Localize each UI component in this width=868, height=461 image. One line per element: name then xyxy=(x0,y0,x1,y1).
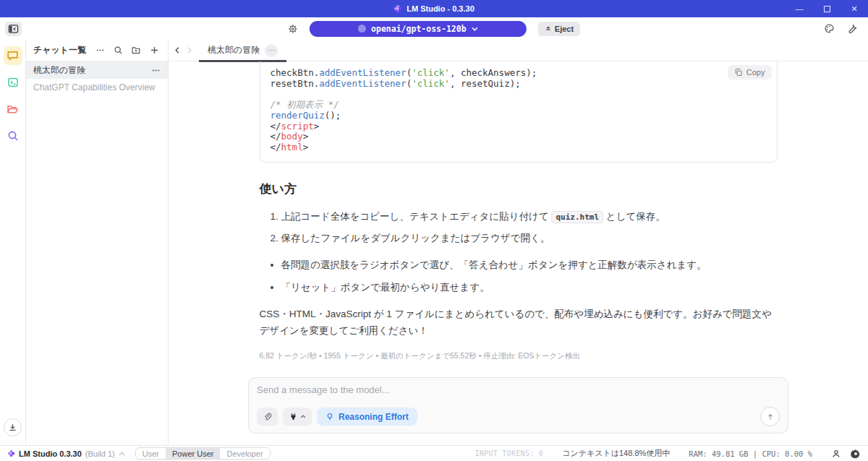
code-line: /* 初期表示 */ xyxy=(271,100,767,111)
nav-developer-button[interactable] xyxy=(4,73,22,92)
copy-icon xyxy=(734,68,743,77)
usage-step: 上記コード全体をコピーし、テキストエディタに貼り付けて quiz.html とし… xyxy=(281,209,778,225)
code-line: resetBtn.addEventListener('click', reset… xyxy=(271,79,767,90)
model-name: openai/gpt-oss-120b xyxy=(371,24,467,34)
model-selector[interactable]: openai/gpt-oss-120b xyxy=(310,21,527,37)
nav-chat-button[interactable] xyxy=(4,46,22,65)
chat-list-title: チャット一覧 xyxy=(33,44,90,56)
close-button[interactable]: ✕ xyxy=(841,0,868,17)
nav-back-button[interactable] xyxy=(171,43,183,58)
code-line: renderQuiz(); xyxy=(271,111,767,121)
usage-heading: 使い方 xyxy=(260,181,778,197)
mode-developer[interactable]: Developer xyxy=(220,448,269,459)
eject-model-button[interactable]: Eject xyxy=(538,22,580,36)
tab-bar: 桃太郎の冒険 xyxy=(169,40,868,61)
app-version: LM Studio 0.3.30 xyxy=(19,449,82,458)
lightbulb-icon xyxy=(326,412,334,421)
eject-icon xyxy=(545,25,552,33)
new-folder-button[interactable] xyxy=(128,43,144,58)
reasoning-effort-label: Reasoning Effort xyxy=(339,412,409,422)
inline-code: quiz.html xyxy=(551,211,603,223)
generation-stats: 6.82 トークン/秒 • 1955 トークン • 最初のトークンまで55.52… xyxy=(260,351,778,361)
panel-collapse-icon xyxy=(8,24,19,34)
code-line: </html> xyxy=(271,142,767,153)
main-area: チャット一覧 桃太郎の冒険ChatGPT Capabilities Overvi… xyxy=(0,40,868,445)
maximize-button[interactable] xyxy=(813,0,841,17)
theme-palette-icon[interactable] xyxy=(824,23,835,34)
chat-list-menu-button[interactable] xyxy=(92,43,108,58)
context-usage: コンテキストは148.8%使用中 xyxy=(562,448,670,459)
eject-label: Eject xyxy=(555,25,574,33)
tab-chat[interactable]: 桃太郎の冒険 xyxy=(199,40,286,61)
lmstudio-logo-icon xyxy=(393,4,402,13)
composer-area: Reasoning Effort xyxy=(169,377,868,445)
version-chevron-up-icon[interactable] xyxy=(119,452,125,456)
code-line: </body> xyxy=(271,132,767,142)
user-profile-icon[interactable] xyxy=(831,449,841,459)
usage-steps: 上記コード全体をコピーし、テキストエディタに貼り付けて quiz.html とし… xyxy=(260,209,778,246)
new-chat-button[interactable] xyxy=(146,43,162,58)
chat-item-label: ChatGPT Capabilities Overview xyxy=(33,82,161,92)
ram-cpu-usage: RAM: 49.81 GB | CPU: 0.00 % xyxy=(689,449,812,458)
input-tokens: INPUT TOKENS: 0 xyxy=(475,449,543,457)
nav-forward-button[interactable] xyxy=(183,43,195,58)
chat-items: 桃太郎の冒険ChatGPT Capabilities Overview xyxy=(26,61,168,96)
arrow-up-icon xyxy=(766,413,775,421)
chat-bubble-icon xyxy=(7,50,19,61)
plugins-button[interactable] xyxy=(283,408,312,426)
code-line: checkBtn.addEventListener('click', check… xyxy=(271,68,767,79)
collapse-sidebar-button[interactable] xyxy=(5,22,22,36)
send-button[interactable] xyxy=(760,407,780,426)
chat-search-button[interactable] xyxy=(110,43,126,58)
build-label: (Build 1) xyxy=(85,449,115,458)
nav-models-button[interactable] xyxy=(4,100,22,119)
copy-label: Copy xyxy=(746,68,765,77)
usage-note: 「リセット」ボタンで最初からやり直せます。 xyxy=(281,280,778,295)
chat-item-label: 桃太郎の冒険 xyxy=(33,64,151,77)
tab-menu-button[interactable] xyxy=(265,44,278,57)
tab-label: 桃太郎の冒険 xyxy=(208,44,260,56)
toolbar: openai/gpt-oss-120b Eject xyxy=(0,17,868,40)
window-title: LM Studio - 0.3.30 xyxy=(407,4,475,13)
message-input[interactable] xyxy=(257,384,780,407)
code-line: </script> xyxy=(271,121,767,132)
paperclip-icon xyxy=(263,412,272,422)
nav-rail xyxy=(0,40,26,445)
settings-gear-icon[interactable] xyxy=(288,24,298,34)
message-composer: Reasoning Effort xyxy=(248,377,788,434)
closing-paragraph: CSS・HTML・JavaScript が 1 ファイルにまとめられているので、… xyxy=(260,306,778,339)
code-block: Copy checkBtn.addEventListener('click', … xyxy=(260,61,778,163)
code-content: checkBtn.addEventListener('click', check… xyxy=(271,68,767,153)
minimize-button[interactable]: — xyxy=(786,0,813,17)
chat-list-header: チャット一覧 xyxy=(26,40,168,61)
chevron-up-icon xyxy=(300,415,306,418)
search-icon xyxy=(7,130,19,142)
usage-notes: 各問題の選択肢をラジオボタンで選び、「答え合わせ」ボタンを押すと正解数が表示され… xyxy=(260,257,778,295)
chat-list-item[interactable]: ChatGPT Capabilities Overview xyxy=(26,79,168,96)
plug-icon xyxy=(289,412,298,422)
folder-icon xyxy=(7,103,19,115)
chat-list-panel: チャット一覧 桃太郎の冒険ChatGPT Capabilities Overvi… xyxy=(26,40,169,445)
downloads-button[interactable] xyxy=(4,418,22,436)
model-logo-icon xyxy=(358,25,366,33)
status-bar: LM Studio 0.3.30 (Build 1) UserPower Use… xyxy=(0,445,868,461)
settings-gear-icon-statusbar[interactable] xyxy=(851,449,861,459)
terminal-icon xyxy=(7,77,19,88)
conversation-scroll-area[interactable]: Copy checkBtn.addEventListener('click', … xyxy=(169,61,868,377)
titlebar: LM Studio - 0.3.30 — ✕ xyxy=(0,0,868,17)
copy-code-button[interactable]: Copy xyxy=(728,65,772,79)
nav-discover-button[interactable] xyxy=(4,126,22,145)
mode-user[interactable]: User xyxy=(136,448,166,459)
chat-main: 桃太郎の冒険 Copy checkBtn.addEventListener('c… xyxy=(169,40,868,445)
lmstudio-logo-icon-small xyxy=(7,449,15,457)
usage-step: 保存したファイルをダブルクリックまたはブラウザで開く。 xyxy=(281,231,778,246)
chevron-down-icon xyxy=(472,27,478,31)
chat-item-menu-button[interactable] xyxy=(151,66,161,75)
attach-file-button[interactable] xyxy=(257,408,278,426)
reasoning-effort-button[interactable]: Reasoning Effort xyxy=(317,408,417,426)
mode-power-user[interactable]: Power User xyxy=(166,448,220,459)
dev-wrench-icon[interactable] xyxy=(847,23,858,34)
code-line xyxy=(271,89,767,100)
chat-list-item[interactable]: 桃太郎の冒険 xyxy=(26,61,168,79)
user-mode-switcher: UserPower UserDeveloper xyxy=(135,447,271,460)
